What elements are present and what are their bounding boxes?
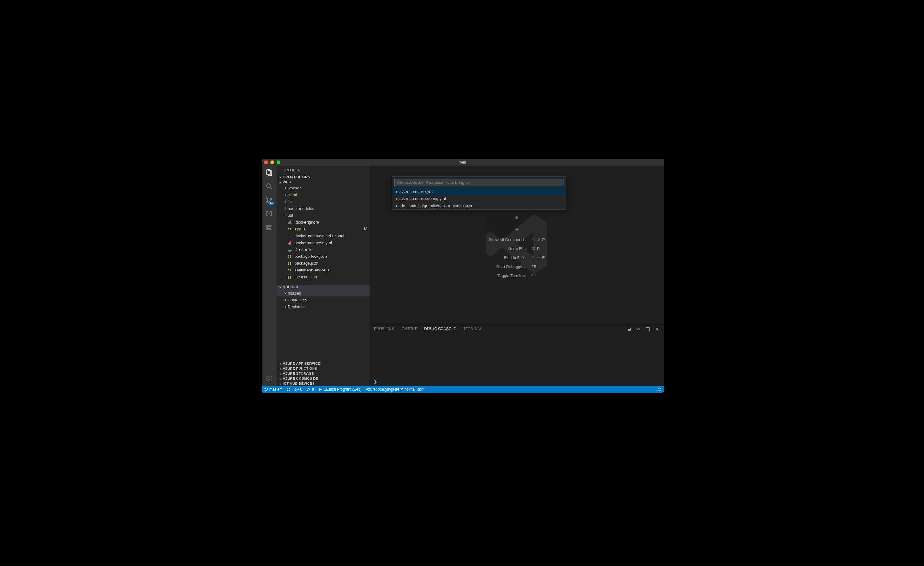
panel-tab[interactable]: PROBLEMS bbox=[374, 327, 394, 332]
tree-folder[interactable]: client bbox=[276, 191, 370, 198]
close-panel-icon[interactable] bbox=[655, 327, 660, 332]
svg-point-5 bbox=[267, 202, 268, 203]
workspace-tree: .vscodeclientlibnode_modulesutil.dockeri… bbox=[276, 184, 370, 280]
sidebar-title: EXPLORER bbox=[276, 166, 370, 175]
tree-item-label: sentimentService.js bbox=[294, 268, 367, 272]
status-sync[interactable] bbox=[286, 387, 291, 391]
welcome-shortcut-label: Show All Commands bbox=[488, 237, 526, 242]
chevron-right-icon bbox=[284, 214, 287, 217]
svg-point-6 bbox=[270, 199, 272, 200]
svg-point-2 bbox=[267, 184, 270, 188]
panel-tab[interactable]: OUTPUT bbox=[402, 327, 417, 332]
svg-text:{ }: { } bbox=[288, 275, 291, 278]
panel-tab[interactable]: DEBUG CONSOLE bbox=[424, 327, 456, 332]
tree-file[interactable]: !docker-compose.debug.yml bbox=[276, 232, 370, 239]
welcome-shortcut-keys: ^ ` bbox=[531, 273, 545, 278]
bottom-panel: PROBLEMSOUTPUTDEBUG CONSOLETERMINAL ❯ bbox=[370, 324, 664, 386]
titlebar: web bbox=[262, 159, 664, 166]
tree-file[interactable]: { }package.json bbox=[276, 260, 370, 266]
scm-badge: 14 bbox=[268, 202, 274, 205]
tree-folder[interactable]: node_modules bbox=[276, 205, 370, 212]
quick-open-item[interactable]: docker-compose.debug.yml bbox=[392, 195, 566, 202]
file-icon bbox=[288, 220, 292, 224]
tree-item-label: package.json bbox=[294, 261, 367, 266]
activity-docker[interactable] bbox=[265, 223, 273, 232]
svg-text:JS: JS bbox=[288, 228, 291, 231]
section-collapsed[interactable]: IOT HUB DEVICES bbox=[276, 381, 370, 386]
welcome-shortcut-keys: F5 bbox=[531, 264, 545, 269]
chevron-down-icon bbox=[284, 292, 287, 295]
tree-folder[interactable]: .vscode bbox=[276, 184, 370, 191]
status-azure[interactable]: Azure: bradymgaster@hotmail.com bbox=[366, 387, 424, 391]
activity-explorer[interactable] bbox=[265, 168, 273, 177]
quick-open-item[interactable]: node_modules/gremlin/docker-compose.yml bbox=[392, 202, 566, 209]
zoom-icon[interactable] bbox=[276, 161, 280, 164]
window-title: web bbox=[262, 160, 664, 164]
tree-item-label: .vscode bbox=[288, 186, 367, 190]
tree-folder[interactable]: util bbox=[276, 212, 370, 218]
svg-rect-9 bbox=[267, 226, 271, 228]
section-workspace[interactable]: WEB bbox=[276, 179, 370, 184]
chevron-down-icon bbox=[278, 181, 282, 184]
clear-console-icon[interactable] bbox=[627, 327, 632, 332]
tree-file[interactable]: { }package-lock.json bbox=[276, 253, 370, 260]
svg-rect-19 bbox=[646, 328, 650, 331]
section-collapsed[interactable]: AZURE COSMOS DB bbox=[276, 376, 370, 381]
section-docker[interactable]: DOCKER bbox=[276, 285, 370, 289]
quick-open-input[interactable]: Choose Docker Compose file to bring up bbox=[394, 179, 564, 186]
activity-bar: 14 bbox=[262, 166, 276, 386]
svg-point-23 bbox=[267, 388, 267, 389]
activity-source-control[interactable]: 14 bbox=[265, 196, 273, 204]
status-launch[interactable]: Launch Program (web) bbox=[318, 387, 362, 391]
section-collapsed[interactable]: AZURE FUNCTIONS bbox=[276, 366, 370, 371]
tree-folder[interactable]: lib bbox=[276, 198, 370, 205]
status-branch[interactable]: master* bbox=[264, 387, 282, 391]
chevron-right-icon bbox=[284, 306, 287, 308]
svg-text:{ }: { } bbox=[288, 254, 291, 258]
toggle-panel-icon[interactable] bbox=[645, 327, 650, 332]
docker-tree-item[interactable]: Registries bbox=[276, 303, 370, 310]
tree-file[interactable]: { }tsconfig.json bbox=[276, 273, 370, 280]
svg-point-4 bbox=[267, 197, 268, 199]
debug-console-prompt[interactable]: ❯ bbox=[374, 379, 377, 384]
welcome-shortcut-keys: ⌘ P bbox=[531, 246, 545, 251]
debug-console-body[interactable]: ❯ bbox=[370, 335, 664, 386]
tree-item-label: Containers bbox=[288, 298, 367, 302]
quick-open-placeholder: Choose Docker Compose file to bring up bbox=[397, 180, 470, 185]
file-icon: { } bbox=[288, 254, 292, 259]
tree-item-label: Dockerfile bbox=[294, 247, 367, 252]
tree-item-label: docker-compose.debug.yml bbox=[294, 233, 367, 238]
close-icon[interactable] bbox=[264, 161, 268, 164]
vscode-window: web 14 bbox=[262, 159, 664, 393]
minimize-icon[interactable] bbox=[270, 161, 274, 164]
modified-indicator-icon bbox=[516, 217, 518, 219]
activity-search[interactable] bbox=[265, 182, 273, 191]
status-feedback[interactable] bbox=[657, 387, 662, 391]
docker-tree-item[interactable]: Images bbox=[276, 289, 370, 297]
section-collapsed[interactable]: AZURE STORAGE bbox=[276, 371, 370, 376]
svg-text:!: ! bbox=[289, 233, 291, 238]
chevron-right-icon bbox=[284, 207, 287, 210]
section-collapsed[interactable]: AZURE APP SERVICE bbox=[276, 361, 370, 366]
file-icon bbox=[288, 247, 292, 252]
panel-tab[interactable]: TERMINAL bbox=[464, 327, 482, 332]
activity-debug[interactable] bbox=[265, 209, 273, 218]
section-open-editors[interactable]: OPEN EDITORS bbox=[276, 175, 370, 179]
status-bar: master* 0 0 Launch Program (web) Azure: … bbox=[262, 386, 664, 393]
quick-open-item[interactable]: docker-compose.yml bbox=[392, 188, 566, 195]
tree-file[interactable]: JSapp.jsM bbox=[276, 226, 370, 232]
tree-file[interactable]: JSsentimentService.js bbox=[276, 266, 370, 273]
status-errors[interactable]: 0 bbox=[295, 387, 302, 391]
collapse-icon[interactable] bbox=[636, 327, 641, 332]
file-icon: JS bbox=[288, 268, 292, 272]
svg-text:JS: JS bbox=[288, 269, 291, 272]
tree-item-label: client bbox=[288, 193, 367, 197]
tree-file[interactable]: .dockerignore bbox=[276, 218, 370, 226]
tree-item-label: package-lock.json bbox=[294, 254, 367, 259]
tree-file[interactable]: Dockerfile bbox=[276, 246, 370, 253]
activity-settings[interactable] bbox=[265, 374, 273, 383]
status-warnings[interactable]: 0 bbox=[307, 387, 314, 391]
chevron-right-icon bbox=[284, 200, 287, 203]
tree-file[interactable]: docker-compose.yml bbox=[276, 239, 370, 246]
docker-tree-item[interactable]: Containers bbox=[276, 297, 370, 303]
